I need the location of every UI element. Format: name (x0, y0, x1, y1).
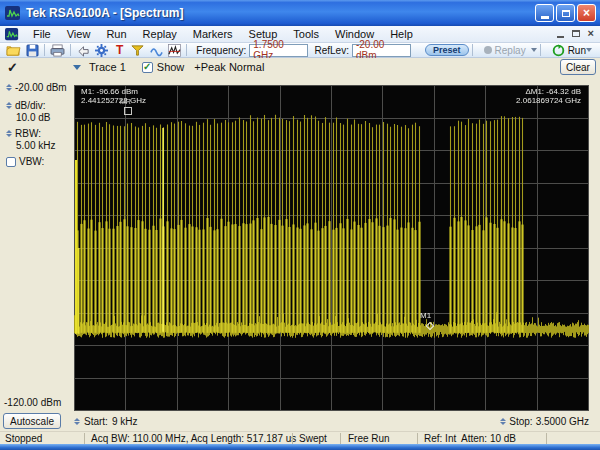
status-separator (292, 433, 293, 444)
run-label: Run (568, 45, 586, 56)
trace-settings-bar: ✓ Trace 1 ✓ Show +Peak Normal Clear (0, 58, 600, 76)
export-icon[interactable] (76, 44, 90, 57)
start-label: Start: (84, 416, 108, 427)
open-folder-icon[interactable] (6, 44, 21, 57)
reflev-input[interactable]: -20.00 dBm (352, 44, 411, 57)
status-separator (340, 433, 341, 444)
db-div-spinner-icon[interactable] (6, 102, 12, 109)
run-icon (552, 44, 565, 57)
rbw-control[interactable]: RBW: (6, 128, 41, 139)
marker1-frequency: 2.441252722 GHz (81, 96, 146, 105)
trace-enabled-check-icon[interactable]: ✓ (7, 60, 18, 75)
marker-ref-icon[interactable] (124, 107, 132, 115)
mdi-restore-icon[interactable] (572, 30, 580, 37)
app-icon (5, 5, 21, 21)
statusbar: Stopped Acq BW: 110.00 MHz, Acq Length: … (0, 431, 600, 444)
minimize-icon (541, 16, 549, 19)
stop-value[interactable]: 3.5000 GHz (536, 416, 589, 427)
acquisition-state: Stopped (5, 433, 42, 444)
frequency-range-row: Start: 9 kHz Stop: 3.5000 GHz (74, 413, 589, 429)
menu-markers[interactable]: Markers (185, 27, 241, 41)
bottom-level-value: -120.00 dBm (4, 397, 61, 408)
app-icon-small (5, 27, 19, 41)
settings-gear-icon[interactable] (94, 44, 108, 57)
vbw-label: VBW: (19, 156, 44, 167)
run-dropdown-icon[interactable] (586, 48, 592, 52)
trace-select-dropdown-icon[interactable] (73, 65, 81, 70)
spectrum-canvas (74, 85, 589, 411)
application-window: Tek RSA6100A - [Spectrum] × File View Ru… (0, 0, 600, 450)
detection-mode-label[interactable]: +Peak Normal (194, 61, 264, 73)
start-spinner-icon[interactable] (74, 418, 80, 425)
vbw-control[interactable]: VBW: (6, 156, 44, 167)
toolbar-separator (70, 44, 71, 56)
print-icon[interactable] (50, 44, 65, 57)
db-div-value-row: 10.0 dB (16, 112, 50, 123)
preset-button[interactable]: Preset (425, 44, 469, 56)
menu-view[interactable]: View (59, 27, 99, 41)
menu-replay[interactable]: Replay (135, 27, 185, 41)
titlebar[interactable]: Tek RSA6100A - [Spectrum] × (0, 0, 600, 26)
attenuation: Atten: 10 dB (461, 433, 516, 444)
rbw-spinner-icon[interactable] (6, 130, 12, 137)
start-value[interactable]: 9 kHz (112, 416, 138, 427)
delta-marker-readout: ΔM1: -64.32 dB 2.061869724 GHz (516, 87, 581, 105)
spectrum-graph[interactable]: M1: -96.66 dBm 2.441252722 GHz ΔM1: -64.… (74, 85, 589, 411)
mdi-minimize-icon[interactable] (557, 36, 564, 38)
ref-level-value: -20.00 dBm (15, 82, 67, 93)
amplitude-icon[interactable] (131, 44, 145, 57)
toolbar: T Frequency: 1.7500 GHz RefLev: -20.00 d… (0, 43, 600, 58)
ref-level-spinner-icon[interactable] (6, 84, 12, 91)
rbw-value-row: 5.00 kHz (16, 140, 55, 151)
bottom-level-row: -120.00 dBm (4, 397, 61, 408)
menu-file[interactable]: File (25, 27, 59, 41)
autoscale-button[interactable]: Autoscale (3, 413, 61, 429)
marker1-amplitude: M1: -96.66 dBm (81, 87, 146, 96)
delta-frequency: 2.061869724 GHz (516, 96, 581, 105)
run-button[interactable]: Run (552, 44, 586, 57)
show-label: Show (157, 61, 185, 73)
status-separator (84, 433, 85, 444)
db-div-label: dB/div: (15, 100, 46, 111)
ref-level-control[interactable]: -20.00 dBm (6, 82, 67, 93)
analysis-mode: Swept (299, 433, 327, 444)
stop-spinner-icon[interactable] (500, 418, 506, 425)
db-div-value: 10.0 dB (16, 112, 50, 123)
reflev-label: RefLev: (314, 45, 348, 56)
trace-name[interactable]: Trace 1 (89, 61, 126, 73)
stop-label: Stop: (509, 416, 532, 427)
frequency-label: Frequency: (196, 45, 246, 56)
marker1-label: M1 (420, 311, 431, 320)
reference-source: Ref: Int (424, 433, 456, 444)
close-button[interactable]: × (577, 4, 596, 22)
marker-ref-label: MR (120, 98, 131, 106)
trigger-icon[interactable]: T (113, 44, 127, 57)
delta-amplitude: ΔM1: -64.32 dB (516, 87, 581, 96)
frequency-input[interactable]: 1.7500 GHz (249, 44, 308, 57)
toolbar-separator (186, 44, 187, 56)
replay-icon (484, 46, 492, 54)
clear-button[interactable]: Clear (560, 59, 596, 75)
restore-button[interactable] (556, 4, 575, 22)
analysis-trace-icon[interactable] (167, 44, 181, 57)
toolbar-separator (472, 44, 473, 56)
replay-label: Replay (495, 45, 526, 56)
window-bottom-border (0, 444, 600, 450)
replay-button[interactable]: Replay (484, 45, 537, 56)
save-icon[interactable] (25, 44, 39, 57)
replay-dropdown-icon[interactable] (531, 48, 537, 52)
rbw-value: 5.00 kHz (16, 140, 55, 151)
status-separator (417, 433, 418, 444)
trigger-mode: Free Run (348, 433, 390, 444)
close-icon: × (583, 7, 590, 19)
minimize-button[interactable] (535, 4, 554, 22)
show-checkbox[interactable]: ✓ (142, 62, 153, 73)
toolbar-separator (540, 44, 541, 56)
rbw-label: RBW: (15, 128, 41, 139)
menu-run[interactable]: Run (98, 27, 134, 41)
acquire-wave-icon[interactable] (149, 44, 163, 57)
db-div-control[interactable]: dB/div: (6, 100, 46, 111)
vbw-checkbox[interactable] (6, 157, 16, 167)
mdi-close-icon[interactable]: × (588, 28, 594, 39)
window-title: Tek RSA6100A - [Spectrum] (26, 6, 183, 20)
